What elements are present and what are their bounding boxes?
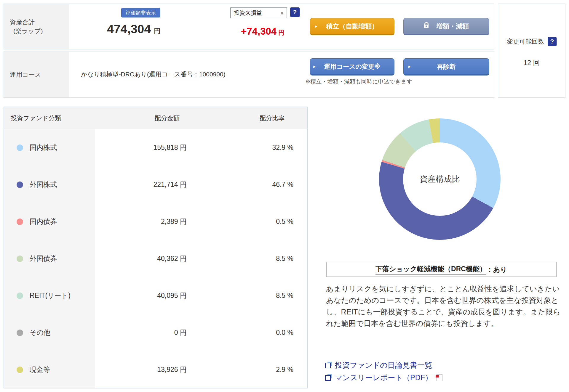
amount-value: 2,389 円 bbox=[96, 217, 187, 226]
category-color-dot-icon bbox=[17, 293, 23, 299]
asset-composition-donut-chart: 資産構成比 bbox=[379, 118, 501, 240]
link-label: マンスリーレポート（PDF） bbox=[335, 373, 432, 383]
amount-value: 0 円 bbox=[96, 328, 187, 337]
col-header-category: 投資ファンド分類 bbox=[11, 107, 61, 129]
allocation-table-body: 国内株式 155,818 円 32.9 % 外国株式 221,714 円 46.… bbox=[4, 129, 307, 388]
amount-value: 40,362 円 bbox=[96, 254, 187, 263]
asset-total-label: 資産合計 bbox=[10, 18, 69, 27]
allocation-table: 投資ファンド分類 配分金額 配分比率 国内株式 155,818 円 32.9 %… bbox=[4, 107, 308, 388]
asset-summary-panel: 資産合計 (楽ラップ) 評価額非表示 投資来損益 ∨ ? 474,304円 +7… bbox=[4, 4, 494, 49]
category-color-dot-icon bbox=[17, 367, 23, 373]
course-description: あまりリスクを気にしすぎずに、とことん収益性を追求していきたいあなたのためのコー… bbox=[326, 283, 561, 329]
ratio-value: 32.9 % bbox=[187, 144, 293, 152]
arrow-right-icon: ▸ bbox=[315, 23, 317, 29]
drc-feature-box: 下落ショック軽減機能（DRC機能） ：あり bbox=[326, 262, 557, 277]
ratio-value: 2.9 % bbox=[187, 366, 293, 374]
arrow-right-icon: ▸ bbox=[408, 64, 411, 69]
course-change-button[interactable]: ▸ 運用コースの変更※ bbox=[310, 58, 394, 75]
profit-value: +74,304円 bbox=[241, 26, 284, 37]
ratio-value: 8.5 % bbox=[187, 292, 293, 300]
category-label: その他 bbox=[30, 328, 50, 337]
arrow-right-icon: ▸ bbox=[313, 64, 316, 69]
asset-total-label-cell: 資産合計 (楽ラップ) bbox=[4, 4, 69, 49]
course-panel: 運用コース かなり積極型-DRCあり(運用コース番号：1000900) ▸ 運用… bbox=[4, 52, 494, 98]
total-asset-value: 474,304円 bbox=[107, 22, 160, 36]
category-label: 国内債券 bbox=[30, 217, 57, 226]
change-count-value: 12 回 bbox=[498, 58, 565, 68]
table-row: 国内債券 2,389 円 0.5 % bbox=[4, 203, 307, 240]
table-row: その他 0 円 0.0 % bbox=[4, 314, 307, 351]
category-color-dot-icon bbox=[17, 256, 23, 262]
category-cell: 外国債券 bbox=[4, 240, 95, 277]
category-label: 外国株式 bbox=[30, 180, 57, 189]
category-label: 現金等 bbox=[30, 365, 50, 374]
change-count-panel: 変更可能回数 ? 12 回 bbox=[498, 4, 565, 98]
category-cell: 現金等 bbox=[4, 351, 95, 388]
table-row: REIT(リート) 40,095 円 8.5 % bbox=[4, 277, 307, 314]
rediagnosis-button[interactable]: ▸ 再診断 bbox=[403, 58, 489, 75]
category-cell: その他 bbox=[4, 314, 95, 351]
category-cell: REIT(リート) bbox=[4, 277, 95, 314]
amount-value: 221,714 円 bbox=[96, 180, 187, 189]
category-label: 外国債券 bbox=[30, 254, 57, 263]
course-name: かなり積極型-DRCあり(運用コース番号：1000900) bbox=[81, 70, 226, 78]
amount-value: 155,818 円 bbox=[96, 143, 187, 152]
amount-value: 13,926 円 bbox=[96, 365, 187, 374]
external-window-icon bbox=[325, 362, 332, 369]
ratio-value: 0.0 % bbox=[187, 329, 293, 337]
category-cell: 国内債券 bbox=[4, 203, 95, 240]
asset-total-sublabel: (楽ラップ) bbox=[10, 27, 69, 36]
category-cell: 外国株式 bbox=[4, 166, 95, 203]
list-item[interactable]: マンスリーレポート（PDF） bbox=[325, 371, 442, 384]
category-color-dot-icon bbox=[17, 181, 23, 188]
hide-valuation-button[interactable]: 評価額非表示 bbox=[121, 8, 160, 17]
external-window-icon bbox=[325, 374, 332, 381]
table-row: 外国債券 40,362 円 8.5 % bbox=[4, 240, 307, 277]
drc-status: ：あり bbox=[486, 265, 507, 274]
help-icon-change-count[interactable]: ? bbox=[548, 37, 557, 46]
allocation-table-header: 投資ファンド分類 配分金額 配分比率 bbox=[4, 107, 307, 129]
category-color-dot-icon bbox=[17, 330, 23, 336]
table-row: 国内株式 155,818 円 32.9 % bbox=[4, 129, 307, 166]
col-header-amount: 配分金額 bbox=[123, 107, 212, 129]
category-color-dot-icon bbox=[17, 219, 23, 225]
link-label: 投資ファンドの目論見書一覧 bbox=[335, 360, 432, 370]
help-icon-profit[interactable]: ? bbox=[290, 7, 300, 17]
course-label-cell: 運用コース bbox=[4, 52, 69, 97]
lock-icon bbox=[424, 25, 429, 28]
pdf-file-icon bbox=[437, 374, 442, 381]
profit-period-select[interactable]: 投資来損益 ∨ bbox=[230, 7, 287, 18]
table-row: 現金等 13,926 円 2.9 % bbox=[4, 351, 307, 388]
donut-center-label: 資産構成比 bbox=[403, 142, 477, 216]
simultaneous-apply-note: ※積立・増額・減額も同時に申込できます bbox=[306, 78, 413, 86]
category-color-dot-icon bbox=[17, 144, 23, 151]
amount-value: 40,095 円 bbox=[96, 291, 187, 300]
zougaku-genkaku-button[interactable]: 増額・減額 bbox=[403, 18, 489, 35]
tsumitate-button[interactable]: ▸ 積立（自動増額） bbox=[310, 18, 394, 35]
category-cell: 国内株式 bbox=[4, 129, 95, 166]
ratio-value: 46.7 % bbox=[187, 181, 293, 189]
course-row-label: 運用コース bbox=[10, 70, 69, 79]
ratio-value: 8.5 % bbox=[187, 255, 293, 263]
drc-title: 下落ショック軽減機能（DRC機能） bbox=[375, 264, 486, 274]
col-header-ratio: 配分比率 bbox=[228, 107, 317, 129]
document-links: 投資ファンドの目論見書一覧 マンスリーレポート（PDF） bbox=[325, 359, 442, 384]
category-label: 国内株式 bbox=[30, 143, 57, 152]
table-row: 外国株式 221,714 円 46.7 % bbox=[4, 166, 307, 203]
chevron-down-icon: ∨ bbox=[280, 10, 284, 16]
ratio-value: 0.5 % bbox=[187, 218, 293, 226]
change-count-label: 変更可能回数 bbox=[507, 37, 544, 46]
category-label: REIT(リート) bbox=[30, 291, 71, 300]
list-item[interactable]: 投資ファンドの目論見書一覧 bbox=[325, 359, 442, 371]
